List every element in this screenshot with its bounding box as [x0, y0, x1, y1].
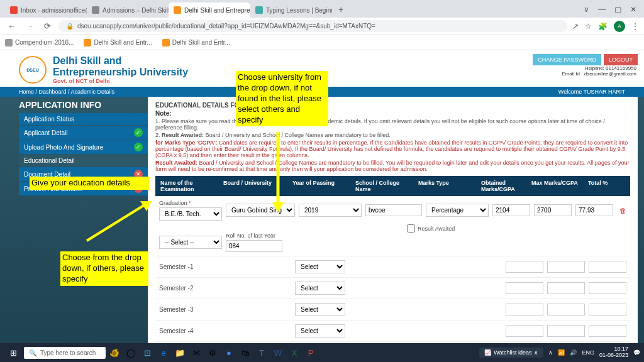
obtained-input[interactable]: [492, 204, 530, 216]
taskbar-app-icon[interactable]: e: [156, 346, 171, 359]
total-input[interactable]: [575, 204, 613, 216]
form-title: EDUCATIONAL DETAILS FOR MCA : PG: [155, 102, 630, 109]
notifications-icon[interactable]: 💬: [633, 349, 640, 356]
language-indicator[interactable]: ENG: [582, 349, 594, 356]
bookmark-item[interactable]: Delhi Skill and Entr...: [162, 39, 230, 47]
school-input[interactable]: [365, 204, 422, 216]
year-select[interactable]: 2019: [299, 204, 362, 217]
annotation: Choose university from the drop down, if…: [236, 71, 328, 126]
close-window-icon[interactable]: ✕: [630, 5, 636, 14]
select2[interactable]: -- Select --: [159, 236, 222, 249]
semester-row: Semester -4 Select: [155, 320, 630, 341]
sem-total[interactable]: [589, 325, 626, 337]
note-label: Note:: [155, 110, 630, 117]
taskbar-clock[interactable]: 10:17 01-06-2023: [599, 346, 628, 359]
svg-line-2: [87, 205, 145, 241]
sem-obtained[interactable]: [506, 261, 543, 273]
menu-icon[interactable]: ⋮: [631, 22, 639, 31]
arrow-icon: [270, 132, 286, 214]
note-text: for Marks Type 'CGPA': Candidates are re…: [155, 140, 630, 158]
section-title: APPLICATION INFO: [19, 97, 148, 113]
sem-select[interactable]: Select: [295, 303, 345, 316]
annotation: Give your education details: [30, 177, 149, 190]
taskbar-app-icon[interactable]: ⚙: [205, 346, 220, 359]
sem-obtained[interactable]: [506, 282, 543, 294]
taskbar-app-icon[interactable]: P: [303, 346, 318, 359]
start-button[interactable]: ⊞: [4, 344, 23, 361]
note-text: 2. Result Awaited: Board / University an…: [155, 132, 630, 138]
logout-button[interactable]: LOGOUT: [604, 54, 638, 65]
sem-total[interactable]: [589, 282, 626, 294]
sem-max[interactable]: [547, 261, 585, 273]
profile-avatar[interactable]: A: [614, 21, 625, 32]
annotation: Choose from the drop down, if others, pl…: [60, 251, 148, 286]
result-awaited-checkbox[interactable]: [407, 224, 415, 233]
sem-total[interactable]: [589, 261, 626, 273]
wifi-icon[interactable]: 📶: [558, 349, 565, 356]
windows-taskbar: ⊞ 🔍Type here to search 🐠 ◯ ⊡ e 📁 ✉ ⚙ ● 🛍…: [0, 343, 644, 362]
sidebar-item-upload[interactable]: Upload Photo And Signature✓: [19, 140, 148, 154]
taskbar-app-icon[interactable]: ◯: [123, 346, 138, 359]
semester-row: Semester -3 Select: [155, 299, 630, 320]
minimize-icon[interactable]: ∨: [584, 5, 589, 14]
bookmarks-bar: Compendium-2016... Delhi Skill and Entr.…: [0, 35, 644, 50]
share-icon[interactable]: ↗: [572, 22, 579, 31]
url-input[interactable]: 🔒 dseu.ucanapply.com/univer/public/educa…: [58, 20, 567, 32]
taskbar-app-icon[interactable]: 🛍: [238, 346, 253, 359]
extensions-icon[interactable]: 🧩: [598, 22, 608, 31]
taskbar-app-icon[interactable]: ⊡: [140, 346, 155, 359]
sidebar-item-applicant[interactable]: Applicant Detail✓: [19, 126, 148, 140]
browser-tab[interactable]: Admissions – Delhi Skill and En...×: [87, 3, 169, 18]
taskbar-app-icon[interactable]: 📁: [172, 346, 187, 359]
back-button[interactable]: ←: [5, 20, 18, 32]
minimize-window-icon[interactable]: —: [598, 5, 606, 14]
weather-widget[interactable]: 📈 Watchlist ideas ∧: [479, 348, 543, 358]
max-input[interactable]: [534, 204, 572, 216]
marks-type-select[interactable]: Percentage: [426, 204, 489, 217]
sem-obtained[interactable]: [506, 325, 543, 337]
university-name: Delhi Skill and Entrepreneurship Univers…: [53, 55, 188, 84]
sem-select[interactable]: Select: [295, 260, 345, 273]
sem-obtained[interactable]: [506, 304, 543, 315]
browser-tab-active[interactable]: Delhi Skill and Entrepreneurship...×: [169, 3, 250, 18]
sem-total[interactable]: [589, 304, 626, 315]
sem-max[interactable]: [547, 325, 585, 337]
sem-select[interactable]: Select: [295, 324, 345, 337]
roll-input[interactable]: [226, 240, 282, 252]
result-awaited-row: Result Awaited: [407, 224, 630, 233]
reload-button[interactable]: ⟳: [42, 20, 53, 32]
taskbar-app-icon[interactable]: ✉: [189, 346, 204, 359]
change-password-button[interactable]: CHANGE PASSWORD: [533, 54, 601, 65]
delete-icon[interactable]: 🗑: [619, 207, 626, 214]
sem-select[interactable]: Select: [295, 282, 345, 295]
taskbar-app-icon[interactable]: 🐠: [107, 346, 122, 359]
table-header: Name of the Examination Board / Universi…: [155, 176, 630, 196]
taskbar-app-icon[interactable]: ●: [221, 346, 236, 359]
check-icon: ✓: [134, 143, 143, 151]
taskbar-app-icon[interactable]: T: [254, 346, 269, 359]
taskbar-app-icon[interactable]: X: [287, 346, 302, 359]
check-icon: ✓: [134, 128, 143, 137]
browser-tab[interactable]: Typing Lessons | Beginner Wrap...×: [250, 3, 332, 18]
new-tab-button[interactable]: +: [332, 1, 350, 18]
sem-max[interactable]: [547, 282, 585, 294]
note-text: Result Awaited: Board / University and S…: [155, 160, 630, 172]
volume-icon[interactable]: 🔊: [570, 349, 577, 356]
maximize-window-icon[interactable]: ▢: [614, 5, 621, 14]
lock-icon: 🔒: [66, 23, 74, 30]
arrow-icon: [84, 200, 153, 244]
taskbar-search[interactable]: 🔍Type here to search: [24, 347, 106, 359]
bookmark-item[interactable]: Delhi Skill and Entr...: [84, 39, 152, 47]
browser-tab[interactable]: Inbox - admissionoffice@dseu...×: [5, 3, 87, 18]
sidebar-item-status[interactable]: Application Status: [19, 113, 148, 125]
tray-caret[interactable]: ∧: [548, 349, 553, 356]
note-text: 1. Please make sure you read the instruc…: [155, 118, 630, 131]
taskbar-app-icon[interactable]: W: [270, 346, 286, 359]
degree-select[interactable]: B.E./B. Tech.: [159, 207, 222, 221]
sem-max[interactable]: [547, 304, 585, 315]
star-icon[interactable]: ☆: [585, 22, 592, 31]
bookmark-item[interactable]: Compendium-2016...: [5, 39, 74, 47]
sidebar-item-educational[interactable]: Educational Detail: [19, 155, 148, 167]
forward-button[interactable]: →: [23, 20, 36, 32]
address-bar-row: ← → ⟳ 🔒 dseu.ucanapply.com/univer/public…: [0, 18, 644, 35]
